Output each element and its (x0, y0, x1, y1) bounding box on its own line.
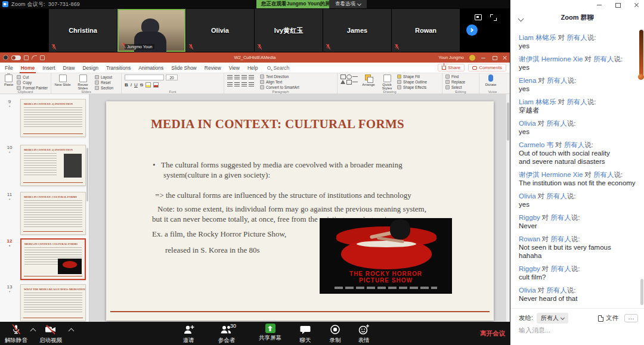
watching-screen-badge: 您正在观看Jungmo Youn的屏幕 (256, 0, 340, 8)
shapes-gallery[interactable] (340, 74, 358, 85)
find-button[interactable]: Find (445, 74, 465, 79)
participant-tile[interactable]: Ivy黄红玉 (255, 9, 323, 52)
reset-button[interactable]: Reset (95, 80, 113, 85)
participant-tile[interactable]: Rowan (392, 9, 460, 52)
thumbnail-scrollbar[interactable] (86, 148, 88, 201)
chat-scrollbar-thumb[interactable] (640, 279, 643, 305)
new-slide-button[interactable]: New Slide (54, 74, 71, 86)
comments-button[interactable]: Comments (468, 64, 506, 72)
chat-minimize-icon[interactable] (597, 2, 602, 8)
chat-button[interactable]: 聊天 (292, 324, 318, 344)
bold-button[interactable]: B (125, 82, 128, 88)
chat-message-list[interactable]: Liam 林铭乐对所有人说: yes 谢伊淇 Hermione Xie对所有人说… (510, 32, 644, 307)
maximize-icon[interactable] (491, 55, 497, 60)
unmute-button[interactable]: 解除静音 (5, 324, 27, 344)
section-button[interactable]: Section (95, 86, 113, 90)
tab-slide-show[interactable]: Slide Show (171, 65, 197, 71)
shape-outline-button[interactable]: Shape Outline (397, 80, 427, 84)
align-center-icon[interactable] (234, 82, 240, 87)
bullets-icon[interactable] (227, 74, 233, 80)
slide-thumbnail-12-current[interactable]: MEDIA IN CONTEXT: CULTURAL FORMS (20, 238, 86, 280)
leave-meeting-button[interactable]: 离开会议 (480, 330, 505, 338)
tab-insert[interactable]: Insert (42, 65, 55, 71)
invite-button[interactable]: 邀请 (174, 324, 203, 344)
indent-icon[interactable] (242, 74, 247, 80)
tab-review[interactable]: Review (205, 65, 221, 71)
strikethrough-button[interactable]: S (140, 82, 143, 88)
align-text-button[interactable]: Align Text (260, 80, 299, 84)
tab-view[interactable]: View (229, 65, 240, 71)
shape-effects-button[interactable]: Shape Effects (397, 85, 427, 89)
participant-tile-video[interactable]: Jungmo Youn (117, 9, 185, 52)
reuse-slides-button[interactable]: Reuse Slides (73, 74, 92, 90)
slide-thumbnail-13[interactable]: WHAT THE MEDIA REALLY DOES: MEDIATION (20, 284, 86, 321)
tab-animations[interactable]: Animations (138, 65, 163, 71)
participant-name: Jungmo Youn (125, 44, 154, 49)
slide-thumbnail-9[interactable]: MEDIA IN CONTEXT: 2) INSTITUTION (20, 99, 86, 137)
participants-button[interactable]: 30 参会者 (210, 324, 243, 344)
layout-button[interactable]: Layout (95, 75, 113, 79)
chat-maximize-icon[interactable] (615, 2, 621, 8)
justify-icon[interactable] (249, 82, 254, 87)
slide-thumbnail-10[interactable]: MEDIA IN CONTEXT: 2) INSTITUTION (20, 145, 86, 186)
participant-tile[interactable]: Christina (49, 9, 117, 52)
font-color-button[interactable] (153, 82, 159, 88)
share-button[interactable]: Share (438, 64, 465, 72)
tab-transitions[interactable]: Transitions (106, 65, 131, 71)
animation-star-icon: * (5, 105, 14, 109)
chat-close-icon[interactable] (634, 2, 639, 8)
dictate-button[interactable]: Dictate (482, 74, 499, 86)
tab-design[interactable]: Design (82, 65, 98, 71)
search-box[interactable]: Search (267, 65, 289, 71)
select-button[interactable]: Select (445, 85, 465, 89)
shape-fill-button[interactable]: Shape Fill (397, 74, 427, 79)
gallery-view-icon[interactable] (475, 14, 482, 20)
participant-tile[interactable]: James (323, 9, 391, 52)
tab-file[interactable]: File (5, 65, 13, 71)
reactions-button[interactable]: 表情 (351, 324, 377, 344)
quick-styles-button[interactable]: Quick Styles (379, 74, 395, 90)
italic-button[interactable]: I (131, 82, 132, 88)
view-options-dropdown[interactable]: 查看选项 (329, 0, 367, 8)
file-button[interactable]: 文件 (606, 314, 618, 322)
replace-button[interactable]: Replace (445, 80, 465, 84)
underline-button[interactable]: U (134, 82, 138, 88)
tab-draw[interactable]: Draw (63, 65, 75, 71)
slide-scrollbar[interactable] (506, 94, 510, 322)
chat-message-input[interactable] (519, 327, 636, 334)
more-options-button[interactable]: … (624, 314, 638, 322)
record-button[interactable]: 录制 (322, 324, 348, 344)
video-options-chevron[interactable] (69, 328, 75, 334)
next-participants-button[interactable] (466, 24, 478, 36)
account-avatar[interactable] (469, 55, 475, 61)
copy-button[interactable]: Copy (17, 80, 48, 85)
slide-thumbnail-11[interactable]: MEDIA IN CONTEXT: CULTURAL FORMS (20, 192, 86, 235)
arrange-button[interactable]: Arrange (360, 74, 377, 86)
share-screen-button[interactable]: 共享屏幕 (249, 324, 291, 342)
align-left-icon[interactable] (227, 82, 233, 87)
tab-home[interactable]: Home (21, 65, 35, 71)
align-right-icon[interactable] (242, 82, 247, 87)
fullscreen-icon[interactable] (490, 14, 497, 21)
chat-to-word: 对 (538, 287, 545, 294)
thumbnail-rule (23, 231, 83, 232)
font-size-input[interactable]: 20 (166, 74, 178, 80)
tab-help[interactable]: Help (247, 65, 258, 71)
mic-options-chevron[interactable] (30, 328, 36, 334)
highlight-color-button[interactable] (145, 82, 151, 88)
participant-tile[interactable]: Olivia (186, 9, 254, 52)
text-direction-button[interactable]: Text Direction (260, 74, 299, 79)
start-video-button[interactable]: 启动视频 (39, 324, 62, 344)
smartart-button[interactable]: Convert to SmartArt (260, 85, 299, 89)
cut-button[interactable]: Cut (17, 75, 48, 79)
format-painter-button[interactable]: Format Painter (17, 86, 48, 90)
current-slide[interactable]: MEDIA IN CONTEXT: CULTURAL FORMS • The c… (106, 101, 494, 321)
paste-button[interactable]: Paste (3, 74, 14, 86)
minimize-icon[interactable] (481, 55, 486, 60)
numbering-icon[interactable] (234, 74, 240, 80)
recipient-dropdown[interactable]: 所有人 (537, 313, 568, 324)
line-spacing-icon[interactable] (249, 74, 254, 80)
font-name-input[interactable] (125, 74, 164, 80)
close-icon[interactable] (502, 55, 507, 60)
chat-everyone-word: 所有人 (550, 235, 571, 243)
